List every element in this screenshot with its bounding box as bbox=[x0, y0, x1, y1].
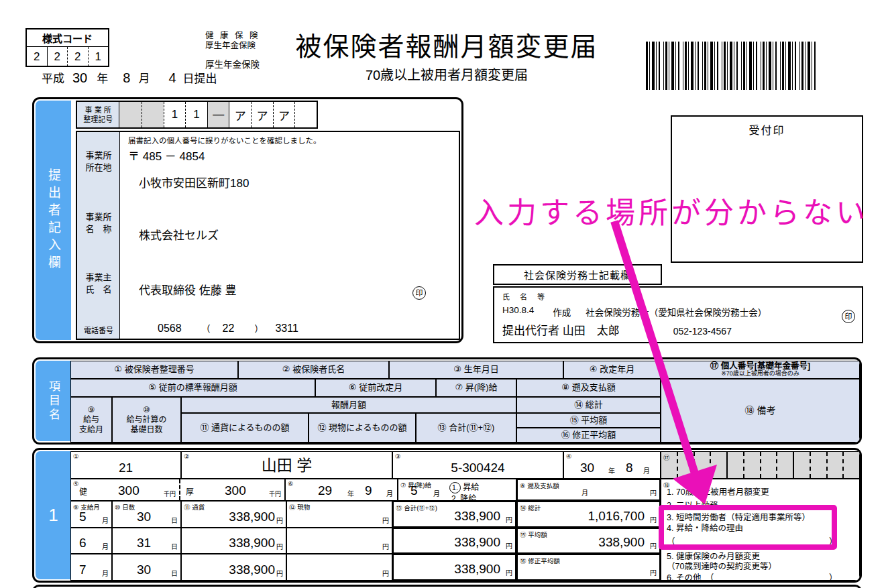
pay-days-cell[interactable]: 30 日 bbox=[112, 554, 181, 581]
yen-unit: 円 bbox=[276, 515, 283, 525]
office-code-cell[interactable]: ア bbox=[229, 102, 251, 127]
sr-phone-value[interactable]: 052-123-4567 bbox=[673, 326, 732, 337]
yen-unit: 円 bbox=[650, 540, 657, 550]
remark-text: （70歳到達時の契約変更等） bbox=[667, 562, 777, 571]
phone-area[interactable]: 0568 bbox=[158, 322, 182, 335]
option-raise[interactable]: 1. 昇給 bbox=[449, 482, 479, 493]
yen-unit: 円 bbox=[650, 487, 657, 497]
pn-cell[interactable] bbox=[760, 452, 777, 478]
grand-total-cell[interactable]: ⑭ 総計 1,016,700 円 bbox=[516, 501, 661, 528]
office-code-cell[interactable]: ア bbox=[273, 102, 295, 127]
adjusted-average-cell[interactable]: ⑯ 修正平均額 円 bbox=[516, 554, 661, 581]
pn-cell[interactable] bbox=[776, 452, 793, 478]
field-marker: ① bbox=[73, 453, 79, 460]
owner-name-value[interactable]: 代表取締役 佐藤 豊 bbox=[139, 281, 236, 298]
postal-code-value[interactable]: 〒 485 － 4854 bbox=[128, 147, 205, 164]
header-cell-09: ⑨ 給与 支給月 bbox=[70, 397, 112, 443]
reception-stamp-label: 受付印 bbox=[672, 121, 862, 137]
remark-text: 6. その他 （ bbox=[667, 573, 714, 583]
pay-month-cell[interactable]: 6 月 bbox=[70, 528, 112, 554]
pn-cell[interactable] bbox=[743, 452, 760, 478]
pn-cell[interactable] bbox=[726, 452, 743, 478]
pn-cell[interactable] bbox=[810, 452, 826, 478]
pay-days-value: 30 bbox=[137, 563, 151, 577]
remark-item-6[interactable]: 6. その他 （） bbox=[667, 571, 859, 583]
header-cell-13: ⑬ 合計(⑪+⑫) bbox=[416, 413, 516, 443]
average-cell[interactable]: ⑮ 平均額 338,900 円 bbox=[516, 528, 661, 554]
date-year-value[interactable]: 30 bbox=[72, 70, 87, 86]
office-name-value[interactable]: 株式会社セルズ bbox=[139, 226, 219, 243]
pay-month-cell[interactable]: 7 月 bbox=[70, 554, 112, 581]
pay-total-value: 338,900 bbox=[454, 562, 500, 577]
pay-inkind-cell[interactable]: 円 bbox=[286, 554, 392, 581]
phone-paren-open: （ bbox=[202, 322, 211, 335]
field-marker: ⑤ bbox=[73, 480, 79, 487]
pay-days-cell[interactable]: 31 日 bbox=[112, 528, 181, 554]
sr-date-value[interactable]: H30.8.4 bbox=[502, 305, 534, 318]
pn-cell[interactable] bbox=[793, 452, 810, 478]
address-value[interactable]: 小牧市安田区新町180 bbox=[139, 174, 249, 190]
month-unit: 月 bbox=[102, 541, 109, 551]
pn-cell[interactable] bbox=[710, 452, 726, 478]
pay-currency-cell[interactable]: ⑪ 通貨 338,900 円 bbox=[181, 501, 286, 528]
field-retroactive-payment[interactable]: ⑧ 遡及支払額 月 円 bbox=[516, 479, 661, 501]
pay-inkind-cell[interactable]: 円 bbox=[286, 528, 392, 554]
pay-total-cell[interactable]: ⑬ 合計(⑪+⑫) 338,900 円 bbox=[392, 501, 516, 528]
office-code-cell[interactable] bbox=[119, 102, 142, 127]
yen-unit: 円 bbox=[506, 567, 512, 577]
column-header-panel: 項目名 ① 被保険者整理番号 ② 被保険者氏名 ③ 生年月日 ④ 改定年月 ⑰ … bbox=[32, 357, 862, 445]
pension-label: 厚 bbox=[186, 485, 194, 497]
pay-days-cell[interactable]: ⑩ 日数 30 日 bbox=[112, 501, 181, 528]
phone-last[interactable]: 3311 bbox=[275, 322, 298, 335]
pn-cell[interactable] bbox=[693, 452, 710, 478]
sr-org-value[interactable]: 社会保険労務士（愛知県社会保険労務士会） bbox=[586, 305, 767, 318]
yen-unit: 円 bbox=[276, 541, 283, 551]
office-code-cell[interactable] bbox=[142, 102, 164, 127]
field-previous-standard-pay[interactable]: ⑤ 健 300 千円 厚 300 千円 bbox=[70, 479, 285, 501]
office-code-cell[interactable]: 1 bbox=[185, 102, 207, 127]
sr-agent-value[interactable]: 提出代行者 山田 太郎 bbox=[502, 321, 620, 338]
field-raise-reduction[interactable]: ⑦ 昇(降)給 5 月 1. 昇給 2. 降給 bbox=[398, 479, 516, 501]
yen-unit: 円 bbox=[506, 514, 512, 524]
pay-currency-cell[interactable]: 338,900 円 bbox=[181, 554, 286, 581]
office-code-cell[interactable]: 1 bbox=[164, 102, 186, 127]
form-code-label: 様式コード bbox=[27, 30, 108, 47]
submitter-info-box: 事業所 所在地 事業所 名 称 事業主 氏 名 電話番号 届書記入の個人番号に誤… bbox=[76, 131, 460, 340]
header-cell-12: ⑫ 現物によるものの額 bbox=[309, 413, 416, 443]
remark-item-1[interactable]: 1. 70歳以上被用者月額変更 bbox=[667, 485, 859, 497]
record-row-2-partial bbox=[32, 585, 862, 588]
header-cell-02: ② 被保険者氏名 bbox=[238, 361, 389, 379]
field-insured-number[interactable]: ① 21 bbox=[70, 451, 181, 479]
row1-number: 1 bbox=[48, 505, 58, 526]
field-marker: ⑧ 遡及支払額 bbox=[520, 481, 559, 490]
phone-value[interactable]: 0568 （ 22 ） 3311 bbox=[158, 322, 298, 335]
remark-text: ） bbox=[829, 571, 838, 583]
field-revision-date[interactable]: ④ 30 年 8 月 bbox=[563, 451, 661, 479]
phone-mid[interactable]: 22 bbox=[223, 322, 235, 335]
month-unit: 月 bbox=[386, 488, 393, 498]
office-code-cell[interactable] bbox=[294, 102, 317, 127]
yen-unit: 円 bbox=[650, 514, 657, 524]
pn-cell[interactable] bbox=[677, 452, 693, 478]
pay-currency-cell[interactable]: 338,900 円 bbox=[181, 528, 286, 554]
pay-inkind-cell[interactable]: ⑫ 現物 円 bbox=[286, 501, 392, 528]
header-cell-14: ⑭ 総計 bbox=[516, 397, 661, 413]
field-personal-number[interactable]: ⑰ bbox=[661, 451, 860, 479]
pay-total-cell[interactable]: 338,900 円 bbox=[392, 554, 516, 581]
barcode bbox=[646, 42, 818, 90]
date-month-value[interactable]: 8 bbox=[123, 70, 130, 86]
field-previous-revision-month[interactable]: ⑥ 29 年 9 月 bbox=[285, 479, 398, 501]
pn-cell[interactable] bbox=[826, 452, 843, 478]
pay-month-value: 6 bbox=[79, 536, 87, 550]
day-unit: 日 bbox=[171, 541, 178, 551]
field-insured-name[interactable]: ② 山田 学 bbox=[181, 451, 392, 479]
revision-month-value: 8 bbox=[626, 461, 633, 475]
sr-title-box: 社会保険労務士記載欄 bbox=[493, 264, 662, 285]
pay-month-cell[interactable]: ⑨ 支給月 5 月 bbox=[70, 501, 112, 528]
pn-cell[interactable] bbox=[842, 452, 859, 478]
field-birthdate[interactable]: ③ 5-300424 bbox=[392, 451, 563, 479]
personal-number-cells[interactable] bbox=[661, 452, 859, 478]
office-code-cell[interactable]: ア bbox=[251, 102, 273, 127]
pay-total-cell[interactable]: 338,900 円 bbox=[392, 528, 516, 554]
date-day-value[interactable]: 4 bbox=[168, 70, 176, 86]
